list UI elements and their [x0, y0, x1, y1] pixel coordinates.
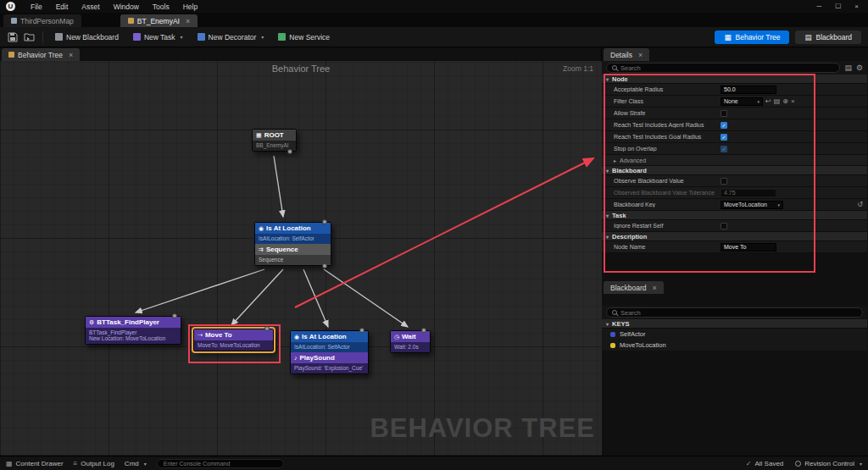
blackboard-mode-icon: ▤	[804, 33, 811, 41]
menu-file[interactable]: File	[24, 3, 49, 11]
menu-window[interactable]: Window	[107, 3, 146, 11]
new-decorator-button[interactable]: New Decorator ▾	[192, 31, 270, 43]
row-blackboard-key: Blackboard Key MoveToLocation ▾ ↺	[602, 199, 867, 211]
node-title: ROOT	[264, 131, 284, 139]
console-command-input[interactable]	[157, 459, 284, 468]
blackboard-search-box[interactable]	[606, 307, 863, 318]
output-pin[interactable]	[287, 149, 292, 154]
row-advanced[interactable]: ▸ Advanced	[602, 155, 867, 166]
node-sequence-composite[interactable]: ◉ Is At Location IsAtLocation: SelfActor…	[254, 222, 331, 266]
details-search-box[interactable]	[606, 63, 840, 73]
node-bttask-findplayer[interactable]: ⚙ BTTask_FindPlayer BTTask_FindPlayer Ne…	[85, 316, 181, 345]
details-section-task[interactable]: ▾ Task	[602, 211, 867, 220]
status-bar-right: ✓ All Saved Revision Control ▾	[746, 460, 862, 467]
allow-strafe-checkbox[interactable]	[721, 110, 727, 117]
keys-section-header[interactable]: ▾ KEYS	[602, 319, 867, 329]
content-drawer-button[interactable]: ▦ Content Drawer	[6, 460, 64, 467]
details-section-description[interactable]: ▾ Description	[602, 232, 867, 241]
all-saved-indicator[interactable]: ✓ All Saved	[746, 460, 784, 467]
reach-agent-radius-checkbox[interactable]: ✓	[721, 122, 727, 129]
node-playsound-composite[interactable]: ◉ Is At Location IsAtLocation: SelfActor…	[290, 330, 369, 374]
behavior-tree-mode-button[interactable]: ▦ Behavior Tree	[715, 30, 789, 44]
new-blackboard-button[interactable]: New Blackboard	[49, 31, 125, 43]
blackboard-search-row	[602, 306, 867, 319]
status-bar: ▦ Content Drawer ≡ Output Log Cmd ▾ ✓ Al…	[0, 456, 868, 470]
row-filter-class: Filter Class None ▾ ↩ ▤ ⊕ ×	[602, 96, 867, 108]
reach-goal-radius-checkbox[interactable]: ✓	[721, 134, 727, 141]
node-wait[interactable]: ◷ Wait Wait: 2.0s	[390, 330, 431, 353]
unreal-editor-window: U File Edit Asset Window Tools Help ─ ☐ …	[0, 0, 868, 470]
close-tab-icon[interactable]: ×	[69, 51, 73, 59]
blackboard-key-selfactor[interactable]: SelfActor	[602, 329, 867, 340]
minimize-icon[interactable]: ─	[816, 3, 821, 10]
browse-to-asset-icon[interactable]	[22, 30, 36, 44]
key-name: SelfActor	[620, 330, 645, 338]
menu-edit[interactable]: Edit	[49, 3, 75, 11]
new-service-button[interactable]: New Service	[272, 31, 336, 43]
acceptable-radius-input[interactable]	[721, 86, 776, 94]
settings-gear-icon[interactable]: ⚙	[856, 64, 863, 72]
clear-icon[interactable]: ×	[791, 97, 795, 105]
blackboard-key-movetolocation[interactable]: MoveToLocation	[602, 340, 867, 351]
add-icon[interactable]: ⊕	[782, 97, 788, 105]
close-icon[interactable]: ×	[854, 3, 859, 10]
input-pin[interactable]	[421, 328, 426, 333]
node-root[interactable]: ▦ ROOT BB_EnemyAI	[252, 129, 297, 152]
chevron-down-icon: ▾	[144, 461, 147, 467]
blackboard-panel-tab[interactable]: Blackboard ×	[604, 281, 664, 294]
expand-arrow-icon: ▾	[606, 168, 609, 174]
input-pin[interactable]	[359, 328, 364, 333]
input-pin[interactable]	[322, 219, 327, 224]
decorator-title: Is At Location	[302, 333, 347, 340]
node-move-to[interactable]: ⇢ Move To MoveTo: MoveToLocation	[193, 329, 274, 351]
observe-blackboard-value-checkbox[interactable]	[721, 178, 727, 185]
output-pin[interactable]	[322, 263, 327, 268]
maximize-icon[interactable]: ☐	[835, 3, 841, 10]
output-log-label: Output Log	[81, 460, 114, 467]
window-controls: ─ ☐ ×	[816, 3, 864, 10]
menu-tools[interactable]: Tools	[146, 3, 176, 11]
tab-thirdpersonmap[interactable]: ThirdPersonMap	[3, 14, 81, 27]
behavior-tree-mode-icon: ▦	[724, 33, 731, 41]
display-options-icon[interactable]: ▤	[844, 64, 852, 72]
browse-icon[interactable]: ▤	[774, 97, 781, 105]
save-icon[interactable]	[5, 30, 19, 44]
row-reach-agent-radius: Reach Test Includes Agent Radius ✓	[602, 119, 867, 131]
node-title: PlaySound	[300, 354, 335, 362]
input-pin[interactable]	[172, 313, 177, 318]
graph-title: Behavior Tree	[0, 64, 602, 74]
right-panel: Details × ▤ ⚙ ▾ Node Acceptable Radius	[602, 47, 867, 456]
graph-pane: Behavior Tree × Behavior Tree Zoom 1:1 B…	[0, 47, 602, 456]
input-pin[interactable]	[264, 326, 270, 331]
close-tab-icon[interactable]: ×	[638, 51, 643, 59]
graph-canvas[interactable]: Behavior Tree Zoom 1:1 BEHAVIOR TREE	[0, 61, 602, 456]
output-log-button[interactable]: ≡ Output Log	[74, 460, 114, 467]
blackboard-key-dropdown[interactable]: MoveToLocation ▾	[721, 201, 783, 209]
use-selected-icon[interactable]: ↩	[765, 97, 771, 105]
revision-control-button[interactable]: Revision Control ▾	[795, 460, 862, 467]
menu-bar: U File Edit Asset Window Tools Help ─ ☐ …	[0, 0, 868, 13]
details-section-blackboard[interactable]: ▾ Blackboard	[602, 166, 867, 175]
stop-on-overlap-checkbox[interactable]: ✓	[721, 146, 727, 152]
wait-clock-icon: ◷	[394, 334, 399, 340]
new-task-button[interactable]: New Task ▾	[127, 31, 189, 43]
reset-to-default-icon[interactable]: ↺	[857, 201, 863, 208]
close-tab-icon[interactable]: ×	[186, 17, 190, 25]
menu-asset[interactable]: Asset	[75, 3, 106, 11]
blackboard-search-input[interactable]	[620, 309, 857, 317]
tab-bt-enemyai[interactable]: BT_EnemyAI ×	[120, 14, 198, 27]
node-name-input[interactable]	[721, 243, 776, 252]
behavior-tree-panel-tab[interactable]: Behavior Tree ×	[2, 48, 80, 61]
cmd-dropdown[interactable]: Cmd ▾	[125, 460, 147, 467]
content-drawer-icon: ▦	[6, 460, 13, 467]
blackboard-mode-button[interactable]: ▤ Blackboard	[795, 30, 861, 44]
details-panel-tab[interactable]: Details ×	[604, 48, 649, 61]
workspace: Behavior Tree × Behavior Tree Zoom 1:1 B…	[0, 47, 868, 456]
menu-help[interactable]: Help	[176, 3, 204, 11]
details-section-node[interactable]: ▾ Node	[602, 75, 867, 84]
unreal-logo-icon[interactable]: U	[6, 2, 15, 11]
close-tab-icon[interactable]: ×	[653, 284, 657, 292]
details-search-input[interactable]	[620, 64, 834, 72]
ignore-restart-self-checkbox[interactable]	[721, 223, 727, 229]
filter-class-dropdown[interactable]: None ▾	[721, 97, 763, 106]
